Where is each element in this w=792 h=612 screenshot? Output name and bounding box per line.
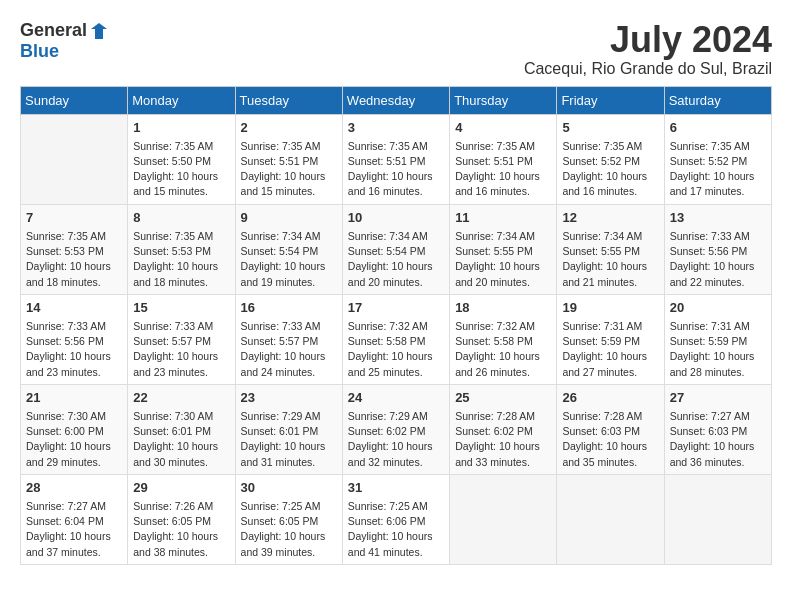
calendar-cell	[664, 474, 771, 564]
day-number: 4	[455, 119, 551, 137]
calendar-cell: 27Sunrise: 7:27 AMSunset: 6:03 PMDayligh…	[664, 384, 771, 474]
calendar-cell: 26Sunrise: 7:28 AMSunset: 6:03 PMDayligh…	[557, 384, 664, 474]
day-number: 18	[455, 299, 551, 317]
calendar-table: Sunday Monday Tuesday Wednesday Thursday…	[20, 86, 772, 565]
day-info: Sunrise: 7:33 AMSunset: 5:56 PMDaylight:…	[26, 319, 122, 380]
day-info: Sunrise: 7:28 AMSunset: 6:03 PMDaylight:…	[562, 409, 658, 470]
calendar-week-row: 14Sunrise: 7:33 AMSunset: 5:56 PMDayligh…	[21, 294, 772, 384]
calendar-cell: 18Sunrise: 7:32 AMSunset: 5:58 PMDayligh…	[450, 294, 557, 384]
day-info: Sunrise: 7:29 AMSunset: 6:01 PMDaylight:…	[241, 409, 337, 470]
calendar-cell: 19Sunrise: 7:31 AMSunset: 5:59 PMDayligh…	[557, 294, 664, 384]
day-number: 30	[241, 479, 337, 497]
day-info: Sunrise: 7:34 AMSunset: 5:54 PMDaylight:…	[241, 229, 337, 290]
calendar-cell: 29Sunrise: 7:26 AMSunset: 6:05 PMDayligh…	[128, 474, 235, 564]
logo: General	[20, 20, 109, 41]
calendar-cell: 28Sunrise: 7:27 AMSunset: 6:04 PMDayligh…	[21, 474, 128, 564]
calendar-cell: 2Sunrise: 7:35 AMSunset: 5:51 PMDaylight…	[235, 114, 342, 204]
calendar-cell: 10Sunrise: 7:34 AMSunset: 5:54 PMDayligh…	[342, 204, 449, 294]
day-info: Sunrise: 7:27 AMSunset: 6:04 PMDaylight:…	[26, 499, 122, 560]
col-thursday: Thursday	[450, 86, 557, 114]
calendar-cell: 8Sunrise: 7:35 AMSunset: 5:53 PMDaylight…	[128, 204, 235, 294]
calendar-cell: 31Sunrise: 7:25 AMSunset: 6:06 PMDayligh…	[342, 474, 449, 564]
calendar-cell: 20Sunrise: 7:31 AMSunset: 5:59 PMDayligh…	[664, 294, 771, 384]
day-number: 3	[348, 119, 444, 137]
calendar-cell: 15Sunrise: 7:33 AMSunset: 5:57 PMDayligh…	[128, 294, 235, 384]
logo-area: General Blue	[20, 20, 109, 62]
day-info: Sunrise: 7:35 AMSunset: 5:53 PMDaylight:…	[26, 229, 122, 290]
day-info: Sunrise: 7:35 AMSunset: 5:51 PMDaylight:…	[455, 139, 551, 200]
day-number: 26	[562, 389, 658, 407]
day-number: 8	[133, 209, 229, 227]
day-info: Sunrise: 7:32 AMSunset: 5:58 PMDaylight:…	[348, 319, 444, 380]
day-info: Sunrise: 7:31 AMSunset: 5:59 PMDaylight:…	[562, 319, 658, 380]
calendar-cell: 3Sunrise: 7:35 AMSunset: 5:51 PMDaylight…	[342, 114, 449, 204]
day-number: 22	[133, 389, 229, 407]
calendar-cell: 9Sunrise: 7:34 AMSunset: 5:54 PMDaylight…	[235, 204, 342, 294]
day-number: 12	[562, 209, 658, 227]
day-info: Sunrise: 7:33 AMSunset: 5:57 PMDaylight:…	[133, 319, 229, 380]
col-saturday: Saturday	[664, 86, 771, 114]
day-number: 7	[26, 209, 122, 227]
col-sunday: Sunday	[21, 86, 128, 114]
day-info: Sunrise: 7:31 AMSunset: 5:59 PMDaylight:…	[670, 319, 766, 380]
page-container: General Blue July 2024 Cacequi, Rio Gran…	[20, 20, 772, 565]
calendar-week-row: 28Sunrise: 7:27 AMSunset: 6:04 PMDayligh…	[21, 474, 772, 564]
day-number: 11	[455, 209, 551, 227]
calendar-cell: 16Sunrise: 7:33 AMSunset: 5:57 PMDayligh…	[235, 294, 342, 384]
day-info: Sunrise: 7:33 AMSunset: 5:57 PMDaylight:…	[241, 319, 337, 380]
calendar-cell: 22Sunrise: 7:30 AMSunset: 6:01 PMDayligh…	[128, 384, 235, 474]
calendar-week-row: 21Sunrise: 7:30 AMSunset: 6:00 PMDayligh…	[21, 384, 772, 474]
day-info: Sunrise: 7:30 AMSunset: 6:00 PMDaylight:…	[26, 409, 122, 470]
col-monday: Monday	[128, 86, 235, 114]
day-info: Sunrise: 7:35 AMSunset: 5:51 PMDaylight:…	[348, 139, 444, 200]
calendar-cell: 1Sunrise: 7:35 AMSunset: 5:50 PMDaylight…	[128, 114, 235, 204]
day-info: Sunrise: 7:35 AMSunset: 5:52 PMDaylight:…	[670, 139, 766, 200]
calendar-cell: 23Sunrise: 7:29 AMSunset: 6:01 PMDayligh…	[235, 384, 342, 474]
logo-general-text: General	[20, 20, 87, 41]
day-info: Sunrise: 7:35 AMSunset: 5:52 PMDaylight:…	[562, 139, 658, 200]
day-info: Sunrise: 7:35 AMSunset: 5:51 PMDaylight:…	[241, 139, 337, 200]
day-number: 17	[348, 299, 444, 317]
day-info: Sunrise: 7:34 AMSunset: 5:55 PMDaylight:…	[562, 229, 658, 290]
day-number: 13	[670, 209, 766, 227]
calendar-header-row: Sunday Monday Tuesday Wednesday Thursday…	[21, 86, 772, 114]
logo-blue-text: Blue	[20, 41, 59, 62]
calendar-cell: 13Sunrise: 7:33 AMSunset: 5:56 PMDayligh…	[664, 204, 771, 294]
day-number: 31	[348, 479, 444, 497]
calendar-cell	[21, 114, 128, 204]
header: General Blue July 2024 Cacequi, Rio Gran…	[20, 20, 772, 78]
day-number: 5	[562, 119, 658, 137]
logo-flag-icon	[89, 21, 109, 41]
day-number: 15	[133, 299, 229, 317]
day-number: 25	[455, 389, 551, 407]
day-number: 20	[670, 299, 766, 317]
col-friday: Friday	[557, 86, 664, 114]
calendar-cell: 17Sunrise: 7:32 AMSunset: 5:58 PMDayligh…	[342, 294, 449, 384]
day-number: 2	[241, 119, 337, 137]
col-wednesday: Wednesday	[342, 86, 449, 114]
day-info: Sunrise: 7:33 AMSunset: 5:56 PMDaylight:…	[670, 229, 766, 290]
calendar-week-row: 1Sunrise: 7:35 AMSunset: 5:50 PMDaylight…	[21, 114, 772, 204]
day-info: Sunrise: 7:35 AMSunset: 5:50 PMDaylight:…	[133, 139, 229, 200]
day-number: 6	[670, 119, 766, 137]
day-info: Sunrise: 7:35 AMSunset: 5:53 PMDaylight:…	[133, 229, 229, 290]
calendar-cell: 6Sunrise: 7:35 AMSunset: 5:52 PMDaylight…	[664, 114, 771, 204]
calendar-cell: 14Sunrise: 7:33 AMSunset: 5:56 PMDayligh…	[21, 294, 128, 384]
calendar-cell: 5Sunrise: 7:35 AMSunset: 5:52 PMDaylight…	[557, 114, 664, 204]
calendar-cell: 7Sunrise: 7:35 AMSunset: 5:53 PMDaylight…	[21, 204, 128, 294]
day-number: 16	[241, 299, 337, 317]
day-info: Sunrise: 7:28 AMSunset: 6:02 PMDaylight:…	[455, 409, 551, 470]
day-info: Sunrise: 7:32 AMSunset: 5:58 PMDaylight:…	[455, 319, 551, 380]
svg-marker-0	[91, 23, 107, 39]
location-title: Cacequi, Rio Grande do Sul, Brazil	[524, 60, 772, 78]
day-number: 1	[133, 119, 229, 137]
day-info: Sunrise: 7:30 AMSunset: 6:01 PMDaylight:…	[133, 409, 229, 470]
calendar-cell: 11Sunrise: 7:34 AMSunset: 5:55 PMDayligh…	[450, 204, 557, 294]
calendar-cell: 24Sunrise: 7:29 AMSunset: 6:02 PMDayligh…	[342, 384, 449, 474]
calendar-cell	[450, 474, 557, 564]
day-info: Sunrise: 7:27 AMSunset: 6:03 PMDaylight:…	[670, 409, 766, 470]
day-number: 21	[26, 389, 122, 407]
calendar-cell: 30Sunrise: 7:25 AMSunset: 6:05 PMDayligh…	[235, 474, 342, 564]
day-info: Sunrise: 7:29 AMSunset: 6:02 PMDaylight:…	[348, 409, 444, 470]
day-number: 27	[670, 389, 766, 407]
